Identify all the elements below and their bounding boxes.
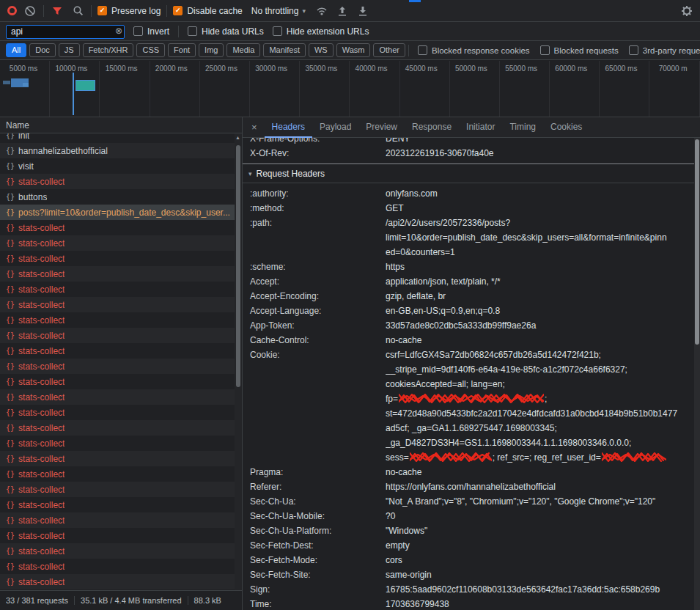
invert-checkbox[interactable]: Invert xyxy=(133,26,169,37)
request-row[interactable]: {}stats-collect xyxy=(0,312,242,328)
request-row[interactable]: {}stats-collect xyxy=(0,266,242,282)
type-filter-wasm[interactable]: Wasm xyxy=(336,43,371,57)
import-har-button[interactable] xyxy=(335,4,350,18)
hide-extension-urls-checkbox[interactable]: Hide extension URLs xyxy=(273,26,369,37)
header-name: :scheme: xyxy=(243,260,386,274)
request-name: stats-collect xyxy=(18,500,65,510)
disable-cache-label: Disable cache xyxy=(187,6,242,16)
header-row: :path:/api2/v2/users/20572336/posts?limi… xyxy=(243,216,694,260)
redaction-scribble xyxy=(399,394,544,403)
type-filter-js[interactable]: JS xyxy=(59,43,80,57)
tab-timing[interactable]: Timing xyxy=(502,117,543,138)
scroll-up-icon[interactable]: ▲ xyxy=(235,135,240,140)
type-filter-fetch-xhr[interactable]: Fetch/XHR xyxy=(83,43,134,57)
preserve-log-checkbox[interactable]: ✓ Preserve log xyxy=(97,6,161,16)
request-row[interactable]: {}stats-collect xyxy=(0,174,242,189)
json-resource-icon: {} xyxy=(6,133,15,139)
checkbox-icon: ✓ xyxy=(97,6,107,15)
timeline-tick: 20000 ms xyxy=(150,61,200,117)
request-row[interactable]: {}stats-collect xyxy=(0,436,242,451)
settings-gear-button[interactable] xyxy=(679,4,694,18)
request-headers-section-header[interactable]: ▾ Request Headers xyxy=(243,164,694,183)
header-value: "Not_A Brand";v="8", "Chromium";v="120",… xyxy=(386,494,694,509)
hide-data-urls-checkbox[interactable]: Hide data URLs xyxy=(188,26,264,37)
request-row[interactable]: {}stats-collect xyxy=(0,374,242,389)
type-filter-img[interactable]: Img xyxy=(199,43,224,57)
type-filter-doc[interactable]: Doc xyxy=(29,43,56,57)
clear-filter-icon[interactable]: ⊗ xyxy=(115,26,122,36)
type-filter-ws[interactable]: WS xyxy=(309,43,334,57)
throttling-dropdown[interactable]: No throttling ▾ xyxy=(248,4,309,18)
header-row: Referer:https://onlyfans.com/hannaheliza… xyxy=(243,479,694,494)
tab-payload[interactable]: Payload xyxy=(312,117,358,138)
type-filter-font[interactable]: Font xyxy=(168,43,196,57)
close-detail-icon[interactable]: × xyxy=(243,122,265,133)
request-row[interactable]: {}visit xyxy=(0,158,242,174)
request-row[interactable]: {}stats-collect xyxy=(0,512,242,528)
header-value: 16785:5aad9602cf110608b03133de563642fac1… xyxy=(386,582,694,597)
tab-preview[interactable]: Preview xyxy=(358,117,405,138)
request-row[interactable]: {}stats-collect xyxy=(0,574,242,589)
disable-cache-checkbox[interactable]: ✓ Disable cache xyxy=(173,6,242,16)
request-row[interactable]: {}stats-collect xyxy=(0,297,242,312)
type-filter-manifest[interactable]: Manifest xyxy=(263,43,306,57)
tab-cookies[interactable]: Cookies xyxy=(543,117,589,138)
request-row[interactable]: {}stats-collect xyxy=(0,405,242,420)
tab-response[interactable]: Response xyxy=(405,117,459,138)
filter-button[interactable] xyxy=(50,4,65,18)
name-column-header[interactable]: Name xyxy=(0,117,242,133)
request-headers-list: :authority:onlyfans.com:method:GET:path:… xyxy=(243,186,694,610)
clear-network-log-button[interactable] xyxy=(23,4,37,18)
header-row: X-Of-Rev: 202312261916-30670fa40e xyxy=(243,146,694,161)
record-button[interactable] xyxy=(7,6,17,15)
request-row[interactable]: {}stats-collect xyxy=(0,528,242,543)
request-row[interactable]: {}stats-collect xyxy=(0,451,242,466)
type-filter-other[interactable]: Other xyxy=(373,43,405,57)
request-row[interactable]: {}stats-collect xyxy=(0,420,242,436)
detail-scrollbar[interactable] xyxy=(694,138,700,610)
request-row[interactable]: {}stats-collect xyxy=(0,328,242,343)
request-row[interactable]: {}stats-collect xyxy=(0,343,242,359)
filter-checkbox-blocked-response-cookies[interactable]: Blocked response cookies xyxy=(418,45,530,55)
timeline-tick: 50000 ms xyxy=(450,61,500,117)
request-row[interactable]: {}stats-collect xyxy=(0,220,242,235)
request-row[interactable]: {}stats-collect xyxy=(0,497,242,512)
filter-checkbox-3rd-party-requests[interactable]: 3rd-party requests xyxy=(629,45,700,55)
header-row: Accept:application/json, text/plain, */* xyxy=(243,274,694,289)
request-list-scrollbar[interactable]: ▲ xyxy=(235,133,242,590)
request-row[interactable]: {}buttons xyxy=(0,189,242,205)
request-row[interactable]: {}stats-collect xyxy=(0,235,242,251)
request-row[interactable]: {}stats-collect xyxy=(0,482,242,497)
timeline-overview[interactable]: 5000 ms10000 ms15000 ms20000 ms25000 ms3… xyxy=(0,61,700,117)
upload-icon xyxy=(337,6,347,16)
type-filter-media[interactable]: Media xyxy=(226,43,260,57)
timeline-tick: 15000 ms xyxy=(100,61,150,117)
filter-checkbox-blocked-requests[interactable]: Blocked requests xyxy=(540,45,619,55)
request-row[interactable]: {}posts?limit=10&order=publish_date_desc… xyxy=(0,205,242,220)
request-row[interactable]: {}stats-collect xyxy=(0,359,242,374)
header-value: application/json, text/plain, */* xyxy=(386,274,694,289)
request-row[interactable]: {}stats-collect xyxy=(0,466,242,482)
network-toolbar: ✓ Preserve log ✓ Disable cache No thrott… xyxy=(0,0,700,22)
overview-activity-bar xyxy=(3,81,10,84)
filter-input[interactable] xyxy=(6,25,125,39)
tab-headers[interactable]: Headers xyxy=(265,117,312,138)
export-har-button[interactable] xyxy=(355,4,370,18)
search-button[interactable] xyxy=(70,4,85,18)
request-row[interactable]: {}hannahelizabethofficial xyxy=(0,143,242,158)
header-value: 202312261916-30670fa40e xyxy=(386,146,694,161)
type-filter-all[interactable]: All xyxy=(6,43,26,57)
tab-initiator[interactable]: Initiator xyxy=(459,117,502,138)
scrollbar-thumb[interactable] xyxy=(695,139,699,345)
request-row[interactable]: {}stats-collect xyxy=(0,389,242,405)
request-row[interactable]: {}stats-collect xyxy=(0,282,242,297)
scrollbar-thumb[interactable] xyxy=(236,145,240,387)
timeline-tick: 5000 ms xyxy=(0,61,50,117)
request-row[interactable]: {}init xyxy=(0,133,242,143)
header-value: en-GB,en-US;q=0.9,en;q=0.8 xyxy=(386,304,694,318)
request-row[interactable]: {}stats-collect xyxy=(0,543,242,559)
type-filter-css[interactable]: CSS xyxy=(136,43,165,57)
request-row[interactable]: {}stats-collect xyxy=(0,559,242,574)
network-conditions-button[interactable] xyxy=(314,4,329,18)
request-row[interactable]: {}stats-collect xyxy=(0,251,242,266)
